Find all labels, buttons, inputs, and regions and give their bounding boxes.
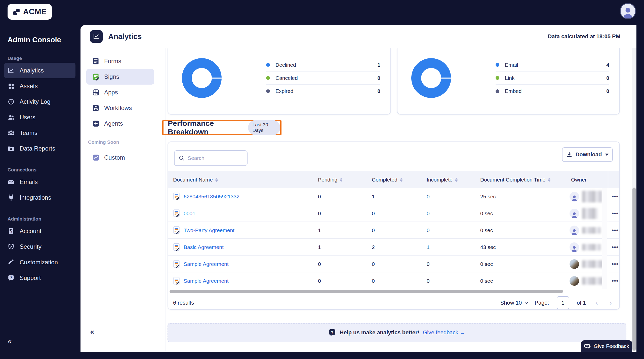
incomplete-value: 0 [427, 188, 430, 205]
document-icon [173, 226, 180, 234]
sidebar-item-support[interactable]: ? Support [4, 270, 75, 286]
sidebar-item-data-reports[interactable]: Data Reports [4, 141, 75, 156]
search-box[interactable] [174, 150, 248, 166]
channel-donut-card: Email 4 Link 0 Embed 0 [397, 48, 620, 115]
completed-value: 0 [372, 222, 375, 239]
show-per-page-select[interactable]: Show 10 [500, 300, 527, 306]
sidebar-collapse-button[interactable]: « [8, 337, 12, 345]
pending-value: 1 [318, 239, 321, 256]
row-actions-button[interactable]: ••• [612, 222, 618, 239]
horizontal-scrollbar-thumb[interactable] [170, 290, 563, 293]
custom-chart-icon [92, 154, 100, 161]
help-bubble-icon: ? [329, 329, 336, 336]
subnav-collapse-button[interactable]: « [90, 327, 94, 336]
legend-dot-expired [266, 89, 270, 93]
user-avatar[interactable] [620, 3, 636, 19]
legend-dot-embed [496, 89, 499, 93]
owner-name-redacted [582, 244, 601, 250]
help-bubble-icon: ? [8, 274, 15, 281]
paint-roller-icon [8, 259, 15, 266]
sort-icon[interactable] [215, 178, 218, 182]
legend-item: Declined 1 [266, 58, 380, 71]
sidebar-item-account[interactable]: $ Account [4, 223, 75, 239]
download-button[interactable]: Download [562, 147, 613, 162]
subnav-item-forms[interactable]: Forms [86, 53, 154, 69]
sidebar-item-customization[interactable]: Customization [4, 255, 75, 270]
completion-time-value: 0 sec [480, 222, 493, 239]
row-actions-button[interactable]: ••• [612, 188, 618, 205]
shield-check-icon [8, 243, 15, 250]
give-feedback-button[interactable]: Give Feedback [581, 340, 632, 352]
owner-name-redacted [582, 227, 601, 234]
workflow-icon [92, 104, 100, 112]
pending-value: 0 [318, 256, 321, 272]
page-number-input[interactable] [557, 296, 569, 309]
row-actions-button[interactable]: ••• [612, 239, 618, 256]
incomplete-value: 1 [427, 239, 430, 256]
legend-item: Email 4 [496, 58, 609, 71]
legend-item: Link 0 [496, 71, 609, 85]
search-input[interactable] [188, 155, 238, 161]
previous-page-button[interactable]: ‹ [593, 299, 600, 307]
table-inner-scrollbar[interactable] [602, 188, 607, 289]
donut-chart-channel [411, 58, 451, 98]
sidebar-item-teams[interactable]: Teams [4, 125, 75, 141]
give-feedback-link[interactable]: Give feedback → [423, 329, 465, 336]
sidebar-item-security[interactable]: Security [4, 239, 75, 255]
subnav-item-apps[interactable]: Apps [86, 85, 154, 100]
document-link[interactable]: Two-Party Agreement [184, 227, 234, 233]
sidebar-item-label: Integrations [20, 194, 51, 201]
completed-value: 2 [372, 239, 375, 256]
next-page-button[interactable]: › [608, 299, 614, 307]
table-footer: 6 results Show 10 Page: of 1 ‹ › [168, 295, 620, 310]
document-link[interactable]: 0001 [184, 210, 195, 217]
app-root: ACME Admin Console Usage Analytics Asset… [0, 0, 644, 359]
legend-label: Canceled [275, 75, 298, 81]
subnav-item-custom[interactable]: Custom [86, 150, 154, 165]
legend-value: 0 [606, 75, 609, 81]
table-header-row: Document Name Pending Completed Incomple… [168, 171, 620, 188]
legend-item: Expired 0 [266, 85, 380, 98]
sort-icon[interactable] [455, 178, 458, 182]
history-clock-icon [8, 98, 15, 105]
subnav-item-label: Custom [104, 154, 125, 161]
team-icon [8, 129, 15, 136]
owner-name-redacted [582, 277, 604, 285]
legend-item: Embed 0 [496, 85, 609, 98]
row-actions-button[interactable]: ••• [612, 205, 618, 222]
sidebar-item-label: Activity Log [20, 98, 51, 105]
donut-chart-status [182, 58, 222, 98]
acme-logo[interactable]: ACME [8, 4, 52, 20]
sort-icon[interactable] [548, 178, 550, 182]
sidebar-item-label: Analytics [20, 67, 44, 74]
user-icon [8, 114, 15, 121]
subnav-item-workflows[interactable]: Workflows [86, 100, 154, 116]
vertical-scrollbar-thumb[interactable] [632, 188, 636, 351]
incomplete-value: 0 [427, 205, 430, 222]
row-actions-button[interactable]: ••• [612, 256, 618, 272]
completion-time-value: 0 sec [480, 256, 493, 272]
sidebar-item-analytics[interactable]: Analytics [4, 63, 75, 78]
logo-text: ACME [23, 7, 47, 16]
legend-value: 0 [606, 88, 609, 94]
document-link[interactable]: 6280435618505921332 [184, 194, 239, 200]
sidebar-item-emails[interactable]: Emails [4, 174, 75, 190]
sort-icon[interactable] [400, 178, 403, 182]
owner-avatar [570, 209, 579, 218]
sidebar-item-assets[interactable]: Assets [4, 78, 75, 94]
section-label-administration: Administration [0, 216, 80, 223]
svg-text:$: $ [11, 230, 12, 234]
completion-time-value: 25 sec [480, 188, 496, 205]
sidebar-item-label: Data Reports [20, 145, 55, 152]
row-actions-button[interactable]: ••• [612, 272, 618, 289]
subnav-item-agents[interactable]: Agents [86, 116, 154, 131]
document-link[interactable]: Sample Agreement [184, 278, 229, 284]
subnav-item-signs[interactable]: Signs [86, 69, 154, 85]
sidebar-item-integrations[interactable]: Integrations [4, 190, 75, 205]
sidebar-item-activity-log[interactable]: Activity Log [4, 94, 75, 110]
document-link[interactable]: Basic Agreement [184, 244, 224, 250]
document-link[interactable]: Sample Agreement [184, 261, 229, 267]
sort-icon[interactable] [340, 178, 342, 182]
sidebar-item-users[interactable]: Users [4, 110, 75, 125]
sidebar-item-label: Assets [20, 83, 38, 90]
